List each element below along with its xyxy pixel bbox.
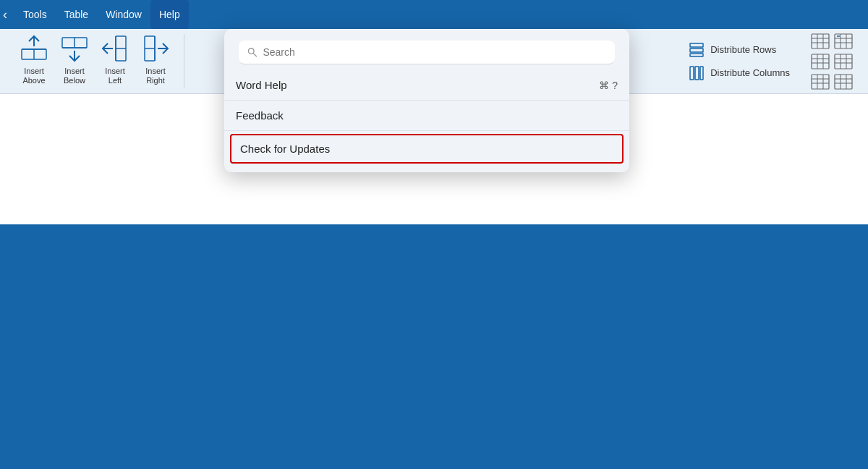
svg-rect-38	[835, 54, 852, 69]
svg-rect-21	[700, 67, 703, 80]
menu-table[interactable]: Table	[56, 0, 97, 29]
distribute-group: Distribute Rows Distribute Columns	[677, 34, 801, 88]
insert-right-label: InsertRight	[145, 67, 166, 85]
dropdown-search-container	[239, 41, 615, 64]
insert-above-icon	[19, 33, 49, 64]
insert-left-button[interactable]: InsertLeft	[95, 30, 135, 88]
svg-rect-18	[690, 54, 703, 56]
insert-left-icon	[100, 33, 130, 64]
right-icon-row-3	[810, 73, 854, 90]
search-icon	[247, 47, 257, 57]
menu-tools[interactable]: Tools	[14, 0, 56, 29]
distribute-rows-button[interactable]: Distribute Rows	[686, 41, 793, 59]
check-for-updates-label: Check for Updates	[240, 143, 330, 155]
svg-rect-17	[690, 48, 703, 52]
insert-below-button[interactable]: InsertBelow	[55, 30, 94, 88]
svg-rect-22	[812, 34, 829, 48]
nav-back-arrow[interactable]: ‹	[3, 7, 7, 22]
align-bottom-center-button[interactable]	[833, 73, 854, 90]
right-icons-group	[801, 34, 862, 88]
menu-help[interactable]: Help	[150, 0, 189, 29]
help-dropdown: Word Help ⌘ ? Feedback Check for Updates	[224, 29, 629, 172]
align-middle-left-button[interactable]	[810, 53, 830, 70]
feedback-label: Feedback	[236, 109, 284, 122]
svg-rect-33	[812, 54, 829, 69]
insert-below-icon	[59, 33, 90, 64]
svg-line-54	[254, 54, 257, 56]
svg-rect-43	[812, 75, 829, 89]
insert-right-icon	[140, 33, 171, 64]
align-bottom-left-button[interactable]	[810, 73, 830, 90]
bottom-blue-area	[0, 224, 868, 469]
insert-right-button[interactable]: InsertRight	[136, 30, 175, 88]
right-icon-row-2	[810, 53, 854, 70]
svg-rect-48	[835, 75, 852, 89]
check-for-updates-item[interactable]: Check for Updates	[230, 134, 624, 164]
word-help-item[interactable]: Word Help ⌘ ?	[224, 70, 629, 101]
distribute-rows-icon	[689, 42, 705, 58]
align-middle-center-button[interactable]	[833, 53, 854, 70]
insert-above-label: InsertAbove	[22, 67, 45, 85]
feedback-item[interactable]: Feedback	[224, 101, 629, 131]
svg-rect-20	[695, 67, 699, 80]
insert-group: InsertAbove InsertBelow InsertLeft	[6, 34, 184, 88]
distribute-columns-button[interactable]: Distribute Columns	[686, 64, 793, 83]
distribute-rows-label: Distribute Rows	[710, 44, 776, 55]
distribute-columns-icon	[689, 65, 705, 81]
svg-rect-16	[690, 43, 703, 47]
menu-bar: ‹ Tools Table Window Help	[0, 0, 868, 29]
insert-left-label: InsertLeft	[105, 67, 125, 85]
menu-window[interactable]: Window	[97, 0, 150, 29]
search-input[interactable]	[263, 46, 606, 58]
distribute-columns-label: Distribute Columns	[710, 67, 790, 78]
svg-point-53	[248, 48, 254, 54]
word-help-shortcut: ⌘ ?	[599, 80, 618, 91]
word-help-label: Word Help	[236, 79, 287, 91]
right-icon-row-1	[810, 33, 854, 50]
svg-rect-19	[690, 67, 694, 80]
align-top-left-button[interactable]	[810, 33, 830, 50]
insert-above-button[interactable]: InsertAbove	[14, 30, 54, 88]
align-top-center-button[interactable]	[833, 33, 854, 50]
insert-below-label: InsertBelow	[64, 67, 85, 85]
